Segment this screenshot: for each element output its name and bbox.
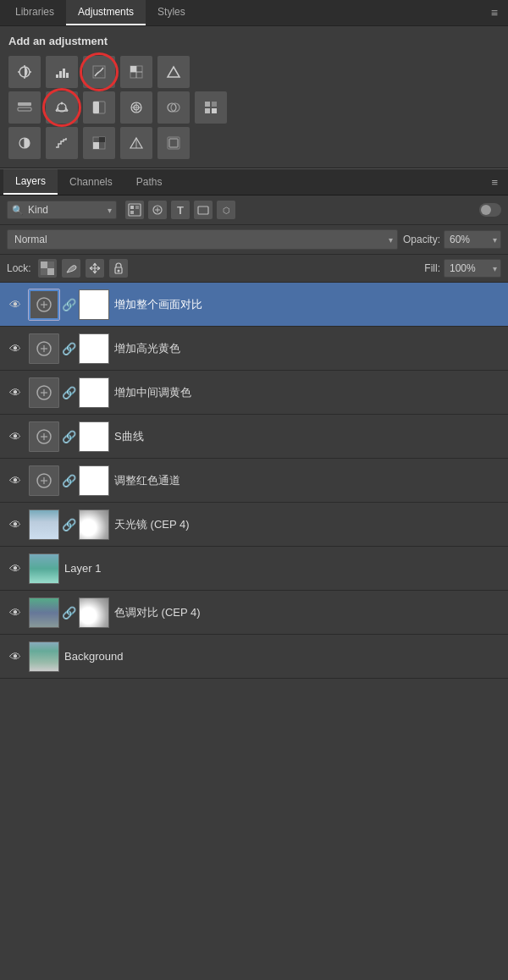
layer-item[interactable]: 👁 🔗 色调对比 (CEP 4) xyxy=(0,591,508,635)
layer-image-thumb xyxy=(29,597,59,628)
filter-pixel-icon[interactable] xyxy=(125,201,144,219)
lock-all-icon[interactable] xyxy=(109,259,128,278)
fill-input[interactable] xyxy=(444,259,501,278)
lock-label: Lock: xyxy=(7,262,31,274)
top-tab-bar: Libraries Adjustments Styles ≡ xyxy=(0,0,508,26)
layers-panel-menu-icon[interactable]: ≡ xyxy=(484,173,505,192)
photo-filter-icon[interactable] xyxy=(120,91,152,124)
layer-visibility-icon[interactable]: 👁 xyxy=(7,472,24,489)
svg-rect-12 xyxy=(130,66,136,72)
top-panel-menu-icon[interactable]: ≡ xyxy=(484,3,505,23)
fill-value-wrapper: ▾ xyxy=(444,259,501,278)
layer-visibility-icon[interactable]: 👁 xyxy=(7,384,24,401)
gradient-map-icon[interactable] xyxy=(120,127,152,159)
layer-mask-thumb xyxy=(79,509,109,540)
svg-rect-31 xyxy=(205,102,210,107)
tab-paths[interactable]: Paths xyxy=(124,170,174,194)
layer-item[interactable]: 👁 Background xyxy=(0,635,508,679)
svg-rect-53 xyxy=(47,268,54,275)
filter-type-icon[interactable]: T xyxy=(171,201,190,219)
layer-visibility-icon[interactable]: 👁 xyxy=(7,428,24,445)
opacity-value-wrapper: ▾ xyxy=(444,230,501,249)
filter-smart-icon[interactable]: ⬡ xyxy=(217,201,235,219)
layer-visibility-icon[interactable]: 👁 xyxy=(7,340,24,357)
layer-chain-icon: 🔗 xyxy=(62,430,76,443)
adjustment-row-3 xyxy=(8,127,500,159)
layer-visibility-icon[interactable]: 👁 xyxy=(7,560,24,577)
layer-item[interactable]: 👁 🔗 增加高光黄色 xyxy=(0,327,508,371)
svg-rect-55 xyxy=(41,268,47,275)
layer-visibility-icon[interactable]: 👁 xyxy=(7,604,24,621)
layer-adjustment-thumb xyxy=(29,377,59,408)
blend-mode-wrapper: Normal Dissolve Multiply Screen Overlay … xyxy=(7,229,398,250)
opacity-input[interactable] xyxy=(444,230,501,249)
color-balance-icon[interactable] xyxy=(46,91,78,124)
levels-icon[interactable] xyxy=(46,56,78,88)
layer-mask-thumb xyxy=(79,421,109,452)
vibrance-icon[interactable] xyxy=(157,56,190,88)
layer-item[interactable]: 👁 🔗 增加整个画面对比 xyxy=(0,283,508,327)
layer-item[interactable]: 👁 🔗 调整红色通道 xyxy=(0,459,508,503)
kind-select[interactable]: Kind Name Effect Mode Attribute Color Sm… xyxy=(7,201,117,219)
channel-mixer-icon[interactable] xyxy=(157,91,190,124)
layer-mask-thumb xyxy=(79,333,109,364)
layer-visibility-icon[interactable]: 👁 xyxy=(7,516,24,533)
layer-name: S曲线 xyxy=(114,429,501,444)
curves-icon[interactable] xyxy=(83,56,115,88)
blend-mode-select[interactable]: Normal Dissolve Multiply Screen Overlay … xyxy=(7,229,398,250)
svg-rect-54 xyxy=(47,262,54,268)
invert-icon[interactable] xyxy=(8,127,41,159)
tab-layers[interactable]: Layers xyxy=(3,169,58,195)
kind-filter-row: 🔍 Kind Name Effect Mode Attribute Color … xyxy=(0,195,508,225)
filter-shape-icon[interactable] xyxy=(194,201,213,219)
blend-opacity-row: Normal Dissolve Multiply Screen Overlay … xyxy=(0,225,508,255)
layer-mask-thumb xyxy=(79,377,109,408)
svg-rect-16 xyxy=(18,102,31,106)
svg-rect-39 xyxy=(99,137,105,142)
tab-styles[interactable]: Styles xyxy=(146,0,197,25)
kind-select-wrapper: 🔍 Kind Name Effect Mode Attribute Color … xyxy=(7,201,117,219)
posterize-icon[interactable] xyxy=(46,127,78,159)
lock-transparent-pixels-icon[interactable] xyxy=(38,259,57,278)
layer-visibility-icon[interactable]: 👁 xyxy=(7,648,24,665)
svg-rect-46 xyxy=(135,206,139,209)
layer-chain-icon: 🔗 xyxy=(62,518,76,531)
filter-adjustment-icon[interactable] xyxy=(148,201,167,219)
layer-chain-icon: 🔗 xyxy=(62,298,76,311)
black-white-icon[interactable] xyxy=(83,91,115,124)
hue-saturation-icon[interactable] xyxy=(8,91,41,124)
color-lookup-icon[interactable] xyxy=(195,91,227,124)
layer-item[interactable]: 👁 Layer 1 xyxy=(0,547,508,591)
filter-toggle[interactable] xyxy=(479,203,501,217)
svg-point-57 xyxy=(117,270,119,273)
selective-color-icon[interactable] xyxy=(157,127,190,159)
layer-thumb-wrap: 🔗 xyxy=(29,289,109,320)
brightness-contrast-icon[interactable] xyxy=(8,56,41,88)
layer-name: 色调对比 (CEP 4) xyxy=(114,605,501,620)
threshold-icon[interactable] xyxy=(83,127,115,159)
lock-image-pixels-icon[interactable] xyxy=(62,259,80,278)
layer-visibility-icon[interactable]: 👁 xyxy=(7,296,24,313)
lock-fill-row: Lock: xyxy=(0,255,508,283)
tab-channels[interactable]: Channels xyxy=(58,170,124,194)
layer-chain-icon: 🔗 xyxy=(62,474,76,487)
svg-rect-8 xyxy=(66,73,69,78)
layer-thumb-wrap xyxy=(29,641,59,672)
layer-image-thumb xyxy=(29,641,59,672)
layers-panel: Layers Channels Paths ≡ 🔍 Kind Name Effe… xyxy=(0,168,508,679)
svg-rect-6 xyxy=(59,71,62,78)
layer-thumb-wrap: 🔗 xyxy=(29,333,109,364)
tab-libraries[interactable]: Libraries xyxy=(3,0,66,25)
svg-rect-38 xyxy=(93,142,99,149)
layer-mask-thumb xyxy=(79,289,109,320)
tab-adjustments[interactable]: Adjustments xyxy=(66,0,146,25)
exposure-icon[interactable] xyxy=(120,56,152,88)
layer-name: Background xyxy=(64,650,501,663)
layers-tab-bar: Layers Channels Paths ≡ xyxy=(0,168,508,195)
svg-marker-15 xyxy=(168,67,179,77)
layer-name: 增加高光黄色 xyxy=(114,341,501,356)
layer-item[interactable]: 👁 🔗 S曲线 xyxy=(0,415,508,459)
layer-item[interactable]: 👁 🔗 天光镜 (CEP 4) xyxy=(0,503,508,547)
lock-position-icon[interactable] xyxy=(86,259,104,278)
layer-item[interactable]: 👁 🔗 增加中间调黄色 xyxy=(0,371,508,415)
